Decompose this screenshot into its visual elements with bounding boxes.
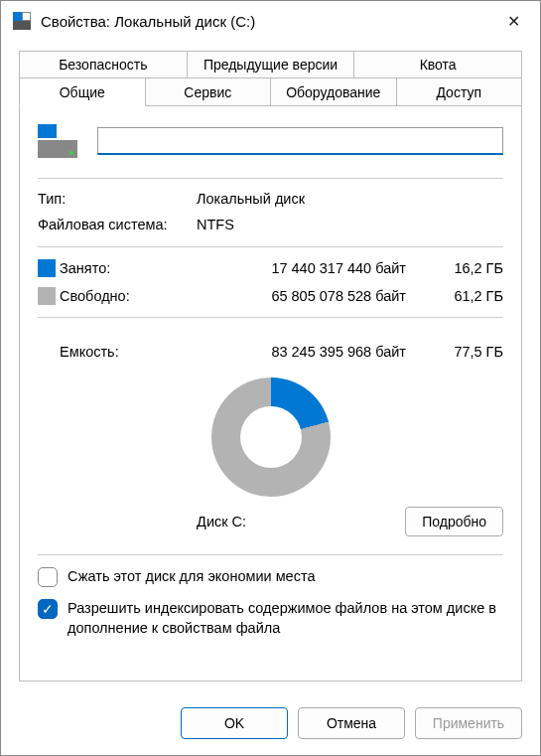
- close-button[interactable]: ✕: [490, 1, 536, 41]
- separator: [38, 317, 503, 318]
- window-title: Свойства: Локальный диск (C:): [41, 13, 490, 30]
- tab-panel-general: Тип: Локальный диск Файловая система: NT…: [19, 106, 522, 681]
- used-gb: 16,2 ГБ: [424, 260, 503, 276]
- capacity-label: Емкость:: [60, 344, 179, 360]
- tab-security[interactable]: Безопасность: [19, 51, 188, 78]
- capacity-gb: 77,5 ГБ: [424, 344, 503, 360]
- free-swatch: [38, 287, 56, 305]
- drive-large-icon: [38, 124, 77, 158]
- filesystem-label: Файловая система:: [38, 217, 197, 232]
- ok-button[interactable]: OK: [181, 707, 288, 739]
- type-label: Тип:: [38, 191, 197, 207]
- tab-quota[interactable]: Квота: [354, 51, 522, 78]
- tabs-row-2: Общие Сервис Оборудование Доступ: [19, 78, 522, 106]
- tab-sharing[interactable]: Доступ: [397, 78, 523, 106]
- used-bytes: 17 440 317 440 байт: [179, 260, 424, 276]
- separator: [38, 554, 503, 555]
- compress-checkbox[interactable]: [38, 567, 58, 587]
- usage-pie-chart: [211, 378, 331, 497]
- tab-general[interactable]: Общие: [19, 78, 146, 106]
- index-label: Разрешить индексировать содержимое файло…: [68, 599, 503, 638]
- type-value: Локальный диск: [197, 191, 503, 207]
- separator: [38, 178, 503, 179]
- tabs-row-1: Безопасность Предыдущие версии Квота: [19, 51, 522, 78]
- cancel-button[interactable]: Отмена: [298, 707, 405, 739]
- dialog-footer: OK Отмена Применить: [1, 695, 540, 755]
- compress-label: Сжать этот диск для экономии места: [68, 567, 315, 587]
- used-label: Занято:: [60, 260, 179, 276]
- drive-name-input[interactable]: [97, 127, 503, 155]
- separator: [38, 246, 503, 247]
- drive-icon: [13, 12, 31, 30]
- titlebar: Свойства: Локальный диск (C:) ✕: [1, 1, 540, 41]
- free-gb: 61,2 ГБ: [424, 288, 503, 304]
- index-checkbox[interactable]: ✓: [38, 599, 58, 619]
- free-label: Свободно:: [60, 288, 179, 304]
- disk-label: Диск C:: [38, 514, 405, 529]
- filesystem-value: NTFS: [197, 217, 503, 232]
- tab-previous-versions[interactable]: Предыдущие версии: [188, 51, 355, 78]
- tab-hardware[interactable]: Оборудование: [271, 78, 397, 106]
- apply-button[interactable]: Применить: [415, 707, 522, 739]
- used-swatch: [38, 259, 56, 277]
- capacity-bytes: 83 245 395 968 байт: [179, 344, 424, 360]
- tab-service[interactable]: Сервис: [146, 78, 272, 106]
- details-button[interactable]: Подробно: [405, 507, 503, 536]
- free-bytes: 65 805 078 528 байт: [179, 288, 424, 304]
